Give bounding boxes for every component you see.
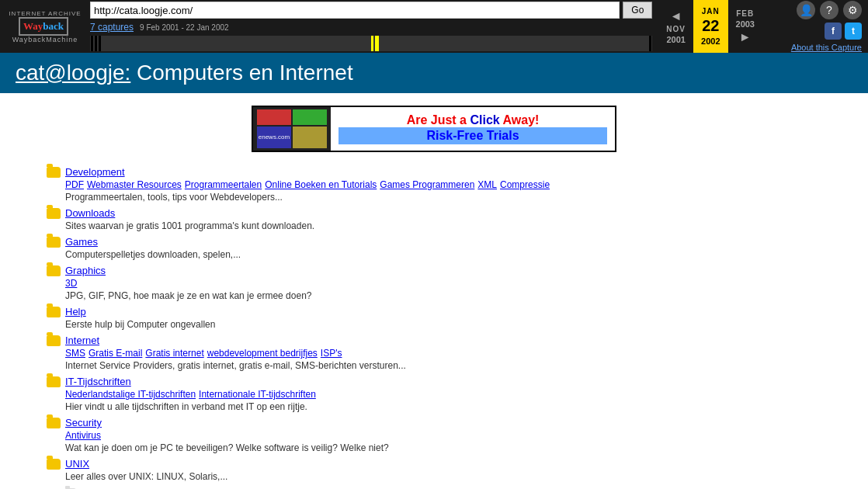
url-input[interactable] bbox=[90, 2, 620, 19]
category-link[interactable]: Help bbox=[65, 306, 86, 317]
subcategory-link[interactable]: ISP's bbox=[321, 348, 342, 359]
go-button[interactable]: Go bbox=[623, 2, 652, 19]
folder-icon bbox=[47, 418, 61, 428]
settings-icon[interactable]: ⚙ bbox=[843, 1, 862, 19]
banner-right: Are Just a Click Away! Risk-Free Trials bbox=[331, 110, 615, 147]
category-header: UNIX bbox=[47, 458, 821, 470]
category-link[interactable]: Games bbox=[65, 236, 98, 248]
folder-icon bbox=[47, 167, 61, 178]
subcategory-link[interactable]: XML bbox=[477, 179, 497, 190]
category-item: SecurityAntivirusWat kan je doen om je P… bbox=[47, 417, 821, 453]
subcategory-links: Nederlandstalige IT-tijdschriftenInterna… bbox=[65, 389, 821, 400]
subcategory-link[interactable]: Internationale IT-tijdschriften bbox=[199, 389, 316, 400]
category-item: IT-TijdschriftenNederlandstalige IT-tijd… bbox=[47, 376, 821, 412]
subcategory-links: 3D bbox=[65, 278, 821, 289]
subcategory-links: SMSGratis E-mailGratis internetwebdevelo… bbox=[65, 348, 821, 359]
category-desc: Programmeertalen, tools, tips voor Webde… bbox=[65, 192, 821, 203]
prev-month[interactable]: ◄ NOV 2001 bbox=[658, 0, 693, 53]
category-link[interactable]: Security bbox=[65, 417, 102, 428]
category-header: Security bbox=[47, 417, 821, 428]
prev-month-label: NOV bbox=[666, 25, 686, 33]
wayback-label: WaybackMachine bbox=[12, 36, 78, 43]
user-icon[interactable]: 👤 bbox=[797, 1, 815, 19]
banner[interactable]: enews.com Are Just a Click Away! Risk-Fr… bbox=[252, 106, 616, 152]
site-header: cat@loogje: Computers en Internet bbox=[0, 53, 868, 93]
current-month[interactable]: JAN 22 2002 bbox=[693, 0, 727, 53]
subcategory-link[interactable]: webdevelopment bedrijfjes bbox=[207, 348, 318, 359]
current-year-label: 2002 bbox=[701, 36, 720, 46]
ia-text: INTERNET ARCHIVE bbox=[9, 10, 81, 17]
folder-icon bbox=[47, 459, 61, 470]
banner-click: Click bbox=[470, 113, 499, 127]
category-desc: JPG, GIF, PNG, hoe maak je ze en wat kan… bbox=[65, 290, 821, 301]
next-month[interactable]: FEB 2003 ► bbox=[728, 0, 762, 53]
category-link[interactable]: Downloads bbox=[65, 207, 115, 219]
category-header: Development bbox=[47, 166, 821, 178]
current-month-label: JAN bbox=[702, 7, 720, 16]
category-desc: Internet Service Providers, gratis inter… bbox=[65, 360, 821, 371]
category-desc: Computerspelletjes downloaden, spelen,..… bbox=[65, 249, 821, 260]
subcategory-link[interactable]: Games Programmeren bbox=[380, 179, 474, 190]
wayback-toolbar: INTERNET ARCHIVE Wayback WaybackMachine … bbox=[0, 0, 868, 53]
category-desc: Wat kan je doen om je PC te beveiligen? … bbox=[65, 442, 821, 453]
subcategory-link[interactable]: Gratis E-mail bbox=[89, 348, 142, 359]
site-title-rest: Computers en Internet bbox=[130, 61, 352, 85]
folder-icon bbox=[47, 376, 61, 387]
category-item: Graphics3DJPG, GIF, PNG, hoe maak je ze … bbox=[47, 265, 821, 301]
next-month-label: FEB bbox=[736, 9, 754, 18]
next-year-label: 2003 bbox=[736, 19, 755, 29]
banner-line2: Risk-Free Trials bbox=[339, 127, 607, 144]
date-range: 9 Feb 2001 - 22 Jan 2002 bbox=[140, 23, 229, 32]
category-list: DevelopmentPDFWebmaster ResourcesProgram… bbox=[0, 160, 868, 489]
site-title-link[interactable]: cat@loogje: bbox=[16, 61, 130, 85]
folder-icon bbox=[47, 335, 61, 346]
folder-icon bbox=[47, 265, 61, 276]
category-header: Internet bbox=[47, 335, 821, 346]
current-day-label: 22 bbox=[702, 17, 719, 35]
subcategory-link[interactable]: Webmaster Resources bbox=[87, 179, 182, 190]
banner-line1-end: Away! bbox=[500, 113, 540, 127]
site-title: cat@loogje: Computers en Internet bbox=[16, 61, 852, 85]
subcategory-links: Antivirus bbox=[65, 430, 821, 441]
category-item: GamesComputerspelletjes downloaden, spel… bbox=[47, 236, 821, 260]
subcategory-link[interactable]: Compressie bbox=[500, 179, 550, 190]
category-header: Graphics bbox=[47, 265, 821, 276]
subcategory-link[interactable]: PDF bbox=[65, 179, 84, 190]
folder-icon bbox=[47, 237, 61, 248]
nav-months: ◄ NOV 2001 JAN 22 2002 FEB 2003 ► bbox=[658, 0, 762, 53]
banner-line1: Are Just a Click Away! bbox=[407, 113, 540, 127]
subcategory-link[interactable]: 3D bbox=[65, 278, 77, 289]
category-desc: Eerste hulp bij Computer ongevallen bbox=[65, 319, 821, 330]
subcategory-link[interactable]: Nederlandstalige IT-tijdschriften bbox=[65, 389, 196, 400]
category-desc: Hier vindt u alle tijdschriften in verba… bbox=[65, 401, 821, 412]
help-icon[interactable]: ? bbox=[820, 1, 838, 19]
category-item: DevelopmentPDFWebmaster ResourcesProgram… bbox=[47, 166, 821, 203]
category-desc: Leer alles over UNIX: LINUX, Solaris,... bbox=[65, 471, 821, 482]
url-bar-area: Go 7 captures 9 Feb 2001 - 22 Jan 2002 bbox=[90, 2, 652, 51]
about-capture-link[interactable]: About this Capture bbox=[791, 43, 862, 52]
subcategory-link[interactable]: Gratis internet bbox=[145, 348, 203, 359]
folder-icon bbox=[47, 208, 61, 219]
category-link[interactable]: Graphics bbox=[65, 265, 106, 276]
facebook-icon[interactable]: f bbox=[825, 23, 842, 40]
category-link[interactable]: UNIX bbox=[65, 458, 89, 470]
category-link[interactable]: Internet bbox=[65, 335, 99, 346]
subcategory-link[interactable]: Programmeertalen bbox=[185, 179, 262, 190]
subcategory-link[interactable]: Antivirus bbox=[65, 430, 101, 441]
subcategory-link[interactable]: Online Boeken en Tutorials bbox=[265, 179, 377, 190]
category-item: HelpEerste hulp bij Computer ongevallen bbox=[47, 306, 821, 330]
prev-arrow: ◄ bbox=[670, 9, 682, 23]
subcategory-link[interactable]: SMS bbox=[65, 348, 85, 359]
category-header: Downloads bbox=[47, 207, 821, 219]
category-header: IT-Tijdschriften bbox=[47, 376, 821, 387]
captures-link[interactable]: 7 captures bbox=[90, 22, 134, 33]
category-item: InternetSMSGratis E-mailGratis internetw… bbox=[47, 335, 821, 371]
category-link[interactable]: IT-Tijdschriften bbox=[65, 376, 131, 387]
banner-line1-start: Are Just a bbox=[407, 113, 470, 127]
subcategory-links: PDFWebmaster ResourcesProgrammeertalenOn… bbox=[65, 179, 821, 190]
category-header: Help bbox=[47, 306, 821, 317]
twitter-icon[interactable]: t bbox=[845, 23, 862, 40]
category-header: Games bbox=[47, 236, 821, 248]
category-desc: Sites waarvan je gratis 1001 programma's… bbox=[65, 220, 821, 231]
category-link[interactable]: Development bbox=[65, 166, 125, 178]
